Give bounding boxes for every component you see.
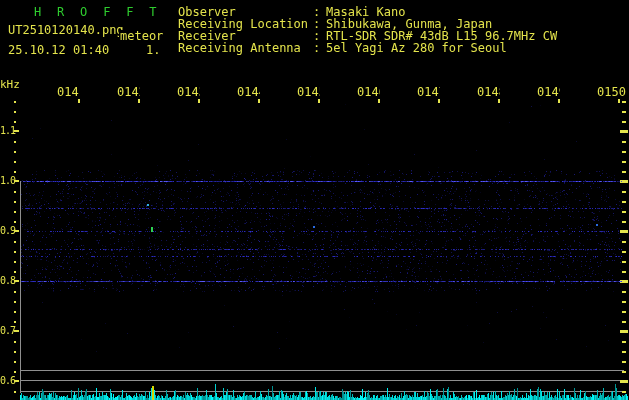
freq-tick-label: 0.8 xyxy=(0,276,18,286)
time-tick-label: 0149 xyxy=(537,86,560,99)
mode-label: meteor xyxy=(119,30,163,42)
info-label-antenna: Receiving Antenna xyxy=(178,42,301,54)
capture-datetime: 25.10.12 01:40 xyxy=(8,44,109,56)
time-tick-label: 0145 xyxy=(297,86,320,99)
time-tick-label: 0143 xyxy=(177,86,200,99)
time-tick-label: 0148 xyxy=(477,86,500,99)
freq-tick-label: 0.7 xyxy=(0,326,18,336)
spectrogram-canvas xyxy=(0,0,629,400)
hrofft-window: H R O F F T UT2510120140.png meteor 25.1… xyxy=(0,0,629,400)
y-axis-unit: kHz xyxy=(0,79,20,90)
time-tick-label: 0141 xyxy=(57,86,80,99)
time-tick-label: 0146 xyxy=(357,86,380,99)
info-sep: : xyxy=(313,42,320,54)
freq-tick-label: 1.0 xyxy=(0,176,18,186)
time-tick-label: 0150 xyxy=(597,86,629,99)
capture-filename: UT2510120140.png xyxy=(8,24,124,36)
freq-tick-label: 1.1 xyxy=(0,126,18,136)
app-title: H R O F F T xyxy=(34,6,161,18)
freq-tick-label: 0.9 xyxy=(0,226,18,236)
info-value-antenna: 5el Yagi Az 280 for Seoul xyxy=(326,42,507,54)
time-tick-label: 0147 xyxy=(417,86,440,99)
time-tick-label: 0144 xyxy=(237,86,260,99)
echo-count: 1. xyxy=(146,44,160,56)
time-tick-label: 0142 xyxy=(117,86,140,99)
freq-tick-label: 0.6 xyxy=(0,376,18,386)
